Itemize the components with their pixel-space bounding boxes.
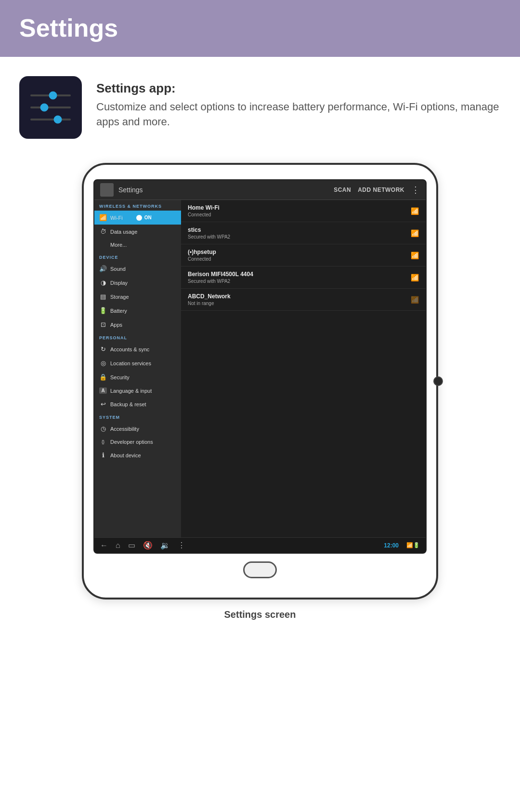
sidebar-item-about[interactable]: ℹ About device <box>94 448 181 462</box>
section-label-personal: PERSONAL <box>94 332 181 342</box>
sidebar-item-wifi[interactable]: 📶 Wi-Fi ON <box>94 211 181 225</box>
intro-text: Settings app: Customize and select optio… <box>96 76 501 130</box>
backup-icon: ↩ <box>99 400 107 408</box>
wifi-name: stics <box>188 226 230 233</box>
sidebar-item-display[interactable]: ◑ Display <box>94 276 181 290</box>
sidebar-item-location[interactable]: ◎ Location services <box>94 356 181 370</box>
section-label-device: DEVICE <box>94 251 181 262</box>
wifi-toggle-pill[interactable] <box>128 214 143 221</box>
sidebar-item-language[interactable]: A Language & input <box>94 384 181 397</box>
display-icon: ◑ <box>99 279 107 286</box>
tablet-home-button-area <box>93 561 427 578</box>
section-label-system: SYSTEM <box>94 411 181 422</box>
caption: Settings screen <box>0 609 520 635</box>
data-usage-icon: ⏱ <box>99 228 107 235</box>
app-label: Settings app: <box>96 81 501 96</box>
menu-icon[interactable]: ⋮ <box>178 541 185 550</box>
intro-section: Settings app: Customize and select optio… <box>0 57 520 148</box>
status-time: 12:00 <box>384 542 399 549</box>
battery-icon: 🔋 <box>99 307 107 314</box>
wifi-name: Berison MIFI4500L 4404 <box>188 271 253 278</box>
tablet-frame: Settings SCAN ADD NETWORK ⋮ WIRELESS & N… <box>82 163 438 599</box>
page-header: Settings <box>0 0 520 57</box>
wifi-toggle-label: ON <box>144 215 152 220</box>
developer-icon: {} <box>99 439 107 444</box>
location-icon: ◎ <box>99 359 107 367</box>
tablet-home-button[interactable] <box>243 561 277 578</box>
add-network-button[interactable]: ADD NETWORK <box>358 186 404 193</box>
sidebar-item-security[interactable]: 🔒 Security <box>94 370 181 384</box>
tablet-screen: Settings SCAN ADD NETWORK ⋮ WIRELESS & N… <box>93 179 427 554</box>
svg-point-2 <box>49 92 57 99</box>
apps-icon: ⊡ <box>99 321 107 328</box>
wifi-signal-icon: 📶 <box>411 296 419 304</box>
wifi-toggle[interactable]: ON <box>128 214 152 221</box>
back-button[interactable]: ← <box>100 541 108 550</box>
wifi-signal-icon: 📶 <box>411 229 419 237</box>
svg-point-6 <box>54 116 62 123</box>
tablet-camera-button <box>433 376 443 386</box>
wifi-item-hpsetup[interactable]: (•)hpsetup Connected 📶 <box>181 244 426 266</box>
wifi-status: Secured with WPA2 <box>188 234 230 240</box>
sound-icon: 🔊 <box>99 265 107 272</box>
wifi-status: Not in range <box>188 301 231 306</box>
wifi-item-home[interactable]: Home Wi-Fi Connected 📶 <box>181 200 426 222</box>
wifi-signal-icon: 📶 <box>411 207 419 215</box>
about-icon: ℹ <box>99 452 107 459</box>
sidebar-item-data-usage[interactable]: ⏱ Data usage <box>94 225 181 239</box>
sidebar-item-accounts-sync[interactable]: ↻ Accounts & sync <box>94 342 181 356</box>
accounts-sync-icon: ↻ <box>99 346 107 353</box>
wifi-status: Connected <box>188 212 220 217</box>
sidebar-item-accessibility[interactable]: ◷ Accessibility <box>94 422 181 436</box>
wifi-item-berison[interactable]: Berison MIFI4500L 4404 Secured with WPA2… <box>181 266 426 289</box>
wifi-signal-icon: 📶 <box>411 274 419 281</box>
sidebar-item-sound[interactable]: 🔊 Sound <box>94 262 181 276</box>
wifi-signal-icon: 📶 <box>411 252 419 259</box>
storage-icon: ▤ <box>99 293 107 300</box>
wifi-item-abcd[interactable]: ABCD_Network Not in range 📶 <box>181 289 426 311</box>
sidebar-item-apps[interactable]: ⊡ Apps <box>94 318 181 332</box>
scan-button[interactable]: SCAN <box>334 186 351 193</box>
more-options-icon[interactable]: ⋮ <box>411 185 420 195</box>
language-icon: A <box>99 387 107 394</box>
tablet-outer: Settings SCAN ADD NETWORK ⋮ WIRELESS & N… <box>0 163 520 599</box>
wifi-list: Home Wi-Fi Connected 📶 stics Secured wit… <box>181 200 426 311</box>
wifi-name: (•)hpsetup <box>188 249 216 255</box>
sidebar-item-more[interactable]: More... <box>94 239 181 251</box>
topbar-actions: SCAN ADD NETWORK ⋮ <box>334 185 420 195</box>
wifi-status: Secured with WPA2 <box>188 279 253 284</box>
screen-topbar: Settings SCAN ADD NETWORK ⋮ <box>94 180 426 200</box>
volume-down-icon[interactable]: 🔇 <box>143 541 153 550</box>
sidebar-item-backup[interactable]: ↩ Backup & reset <box>94 397 181 411</box>
topbar-title: Settings <box>118 186 329 194</box>
home-button[interactable]: ⌂ <box>116 541 120 550</box>
screen-bottomnav: ← ⌂ ▭ 🔇 🔉 ⋮ 12:00 📶🔋 <box>94 537 426 553</box>
wifi-status: Connected <box>188 256 216 262</box>
svg-point-4 <box>40 104 48 111</box>
settings-app-icon <box>19 76 82 139</box>
status-icons: 📶🔋 <box>406 542 420 548</box>
screen-body: WIRELESS & NETWORKS 📶 Wi-Fi ON ⏱ <box>94 200 426 537</box>
sidebar-item-storage[interactable]: ▤ Storage <box>94 290 181 304</box>
sidebar-item-developer[interactable]: {} Developer options <box>94 436 181 448</box>
page-title: Settings <box>19 13 501 42</box>
security-icon: 🔒 <box>99 373 107 381</box>
topbar-app-icon <box>100 183 114 197</box>
recents-button[interactable]: ▭ <box>128 541 135 550</box>
wifi-item-stics[interactable]: stics Secured with WPA2 📶 <box>181 222 426 244</box>
volume-up-icon[interactable]: 🔉 <box>160 541 170 550</box>
wifi-name: Home Wi-Fi <box>188 204 220 211</box>
section-label-wireless: WIRELESS & NETWORKS <box>94 200 181 211</box>
accessibility-icon: ◷ <box>99 425 107 432</box>
main-content: Home Wi-Fi Connected 📶 stics Secured wit… <box>181 200 426 537</box>
wifi-icon: 📶 <box>99 214 107 221</box>
wifi-name: ABCD_Network <box>188 293 231 300</box>
sidebar: WIRELESS & NETWORKS 📶 Wi-Fi ON ⏱ <box>94 200 181 537</box>
sidebar-item-battery[interactable]: 🔋 Battery <box>94 304 181 318</box>
app-desc: Customize and select options to increase… <box>96 100 501 130</box>
